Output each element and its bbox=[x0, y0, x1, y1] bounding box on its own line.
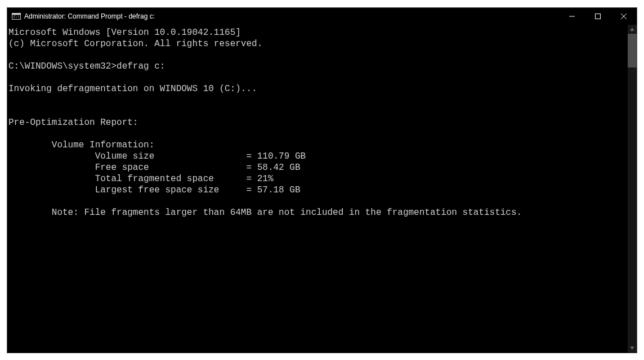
output-line: (c) Microsoft Corporation. All rights re… bbox=[8, 39, 262, 49]
output-line: Pre-Optimization Report: bbox=[8, 118, 138, 128]
scroll-down-button[interactable] bbox=[628, 344, 637, 353]
output-line: Note: File fragments larger than 64MB ar… bbox=[8, 208, 522, 218]
output-line: Volume size = 110.79 GB bbox=[8, 151, 306, 161]
minimize-button[interactable] bbox=[559, 8, 585, 25]
vertical-scrollbar[interactable] bbox=[628, 25, 637, 353]
prompt-line: C:\WINDOWS\system32>defrag c: bbox=[8, 61, 165, 71]
output-line: Volume Information: bbox=[8, 140, 154, 150]
output-line: Free space = 58.42 GB bbox=[8, 163, 300, 173]
svg-rect-4 bbox=[596, 14, 601, 19]
output-line: Largest free space size = 57.18 GB bbox=[8, 185, 300, 195]
console-area: Microsoft Windows [Version 10.0.19042.11… bbox=[7, 25, 637, 353]
scroll-up-button[interactable] bbox=[628, 25, 637, 34]
scrollbar-thumb[interactable] bbox=[628, 34, 637, 68]
close-button[interactable] bbox=[611, 8, 637, 25]
titlebar[interactable]: C:\ Administrator: Command Prompt - defr… bbox=[7, 8, 637, 25]
window-controls bbox=[559, 8, 637, 25]
output-line: Invoking defragmentation on WINDOWS 10 (… bbox=[8, 84, 257, 94]
window-title: Administrator: Command Prompt - defrag c… bbox=[24, 12, 559, 20]
maximize-button[interactable] bbox=[585, 8, 611, 25]
svg-text:C:\: C:\ bbox=[14, 15, 20, 19]
command-prompt-window: C:\ Administrator: Command Prompt - defr… bbox=[7, 7, 637, 353]
output-line: Total fragmented space = 21% bbox=[8, 174, 273, 184]
console-output[interactable]: Microsoft Windows [Version 10.0.19042.11… bbox=[7, 25, 628, 353]
output-line: Microsoft Windows [Version 10.0.19042.11… bbox=[8, 28, 241, 38]
cmd-icon: C:\ bbox=[12, 12, 21, 21]
